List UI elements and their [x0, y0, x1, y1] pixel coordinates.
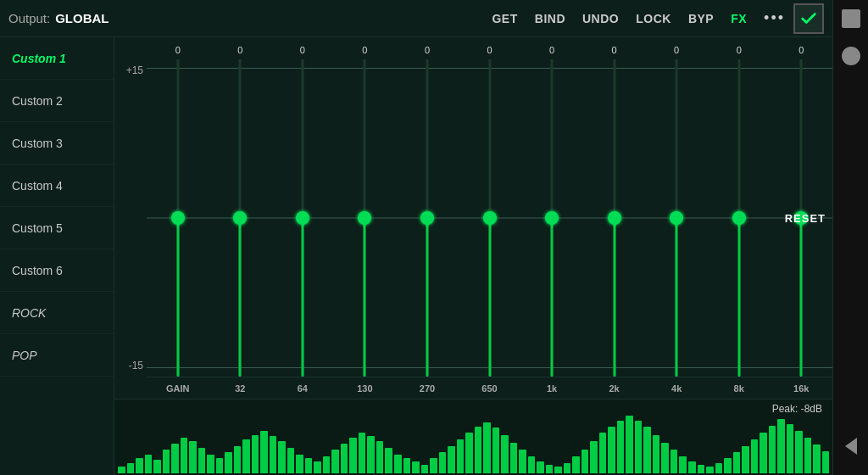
- right-circle-button[interactable]: [839, 44, 863, 68]
- vu-bar: [670, 450, 678, 473]
- eq-value-32: 0: [209, 45, 272, 55]
- vu-bar: [403, 458, 411, 473]
- slider-knob-32[interactable]: [233, 211, 247, 225]
- undo-button[interactable]: UNDO: [582, 12, 619, 25]
- y-label-bot: -15: [118, 360, 143, 372]
- eq-value-270: 0: [396, 45, 459, 55]
- slider-knob-650[interactable]: [483, 211, 497, 225]
- vu-bars: [114, 403, 832, 473]
- vu-bar: [760, 433, 767, 473]
- vu-bar: [181, 438, 188, 473]
- vu-bar: [189, 441, 197, 473]
- vu-bar: [163, 450, 170, 473]
- sidebar-item-custom2[interactable]: Custom 2: [0, 80, 114, 122]
- sidebar-item-custom6[interactable]: Custom 6: [0, 249, 114, 292]
- vu-bar: [698, 465, 705, 473]
- eq-slider-650[interactable]: [459, 59, 521, 377]
- right-panel: [832, 0, 868, 475]
- slider-knob-4k[interactable]: [670, 211, 683, 225]
- eq-value-16k: 0: [770, 45, 832, 55]
- eq-slider-GAIN[interactable]: [147, 59, 209, 377]
- reset-button[interactable]: RESET: [785, 212, 826, 225]
- vu-bar: [519, 450, 526, 473]
- eq-panel: +15 -15 00000000000 GAIN32641302706501: [114, 37, 832, 475]
- vu-bar: [376, 441, 384, 473]
- sliders-top-labels: 00000000000: [147, 41, 832, 59]
- right-square-button[interactable]: [839, 7, 863, 31]
- vu-bar: [653, 435, 660, 473]
- sidebar-item-custom1[interactable]: Custom 1: [0, 37, 114, 80]
- eq-freq-32: 32: [209, 383, 272, 394]
- byp-button[interactable]: BYP: [688, 12, 714, 25]
- vu-bar: [359, 433, 366, 473]
- sidebar: Custom 1Custom 2Custom 3Custom 4Custom 5…: [0, 37, 114, 475]
- slider-knob-GAIN[interactable]: [171, 211, 185, 225]
- vu-bar: [171, 444, 179, 473]
- vu-bar: [733, 452, 741, 473]
- sidebar-item-pop[interactable]: POP: [0, 334, 114, 377]
- vu-bar: [287, 448, 295, 473]
- right-arrow-button[interactable]: [839, 434, 863, 458]
- slider-fill: [676, 218, 678, 377]
- square-icon: [842, 9, 860, 28]
- eq-slider-64[interactable]: [271, 59, 334, 377]
- fx-button[interactable]: FX: [731, 12, 747, 25]
- vu-bar: [635, 421, 643, 473]
- eq-value-650: 0: [459, 45, 521, 55]
- eq-slider-8k[interactable]: [708, 59, 771, 377]
- eq-value-8k: 0: [708, 45, 771, 55]
- more-button[interactable]: •••: [764, 9, 785, 27]
- vu-bar: [385, 448, 392, 473]
- vu-bar: [804, 438, 812, 473]
- slider-fill: [613, 218, 615, 377]
- slider-fill: [176, 218, 179, 377]
- slider-knob-2k[interactable]: [608, 211, 621, 225]
- vu-bar: [564, 463, 571, 473]
- slider-fill: [364, 218, 366, 377]
- eq-slider-2k[interactable]: [583, 59, 646, 377]
- eq-area: +15 -15 00000000000 GAIN32641302706501: [114, 37, 832, 399]
- vu-bar: [296, 455, 303, 473]
- sidebar-item-custom5[interactable]: Custom 5: [0, 207, 114, 249]
- eq-freq-8k: 8k: [708, 383, 771, 394]
- eq-value-130: 0: [334, 45, 397, 55]
- vu-bar: [127, 463, 135, 473]
- slider-knob-64[interactable]: [296, 211, 309, 225]
- eq-slider-4k[interactable]: [645, 59, 708, 377]
- vu-bar: [537, 461, 544, 473]
- eq-value-64: 0: [271, 45, 334, 55]
- slider-fill: [551, 218, 554, 377]
- bind-button[interactable]: BIND: [535, 12, 565, 25]
- vu-bar: [795, 431, 803, 473]
- get-button[interactable]: GET: [492, 12, 517, 25]
- vu-bar: [118, 467, 125, 473]
- eq-freq-650: 650: [459, 383, 521, 394]
- vu-bar: [475, 427, 482, 473]
- vu-bar: [412, 461, 420, 473]
- sidebar-item-custom4[interactable]: Custom 4: [0, 165, 114, 207]
- vu-bar: [617, 421, 625, 473]
- eq-slider-32[interactable]: [209, 59, 272, 377]
- confirm-button[interactable]: [793, 3, 824, 34]
- vu-bar: [510, 443, 518, 473]
- vu-bar: [822, 451, 830, 473]
- vu-bar: [528, 456, 536, 473]
- vu-bar: [305, 458, 313, 473]
- slider-knob-8k[interactable]: [732, 211, 746, 225]
- sidebar-item-rock[interactable]: ROCK: [0, 292, 114, 334]
- eq-slider-130[interactable]: [334, 59, 397, 377]
- sidebar-item-custom3[interactable]: Custom 3: [0, 122, 114, 165]
- vu-bar: [679, 456, 687, 473]
- circle-icon: [842, 47, 860, 65]
- lock-button[interactable]: LOCK: [636, 12, 671, 25]
- slider-knob-1k[interactable]: [545, 211, 559, 225]
- slider-knob-270[interactable]: [420, 211, 434, 225]
- vu-bar: [626, 416, 633, 473]
- y-axis: +15 -15: [114, 41, 147, 399]
- vu-bar: [813, 444, 821, 473]
- slider-knob-130[interactable]: [358, 211, 371, 225]
- eq-slider-270[interactable]: [396, 59, 459, 377]
- eq-slider-1k[interactable]: [520, 59, 583, 377]
- eq-freq-2k: 2k: [583, 383, 646, 394]
- vu-bar: [581, 450, 589, 473]
